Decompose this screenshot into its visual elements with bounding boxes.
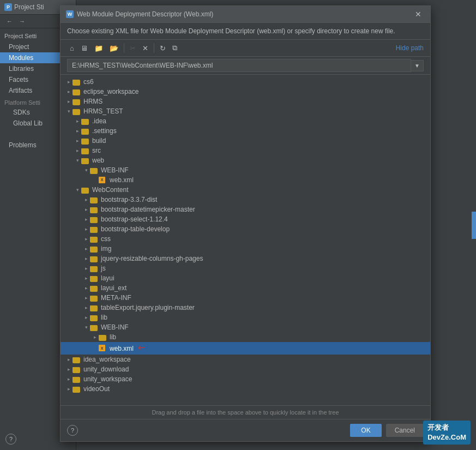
- toolbar-copy-path-btn[interactable]: ⧉: [170, 42, 180, 54]
- tree-item[interactable]: ▸bootstrap-datetimepicker-master: [61, 205, 430, 214]
- toolbar-desktop-btn[interactable]: 🖥: [78, 43, 91, 54]
- right-panel-accent: [472, 212, 476, 239]
- tree-item-label: layui_ext: [101, 284, 126, 292]
- tree-item-label: build: [92, 137, 106, 145]
- tree-expand-icon: ▸: [74, 117, 81, 125]
- tree-item-label: bootstrap-3.3.7-dist: [101, 196, 157, 203]
- tree-item[interactable]: ▸cs6: [61, 77, 430, 87]
- tree-item[interactable]: ▾HRMS_TEST: [61, 106, 430, 116]
- tree-item[interactable]: Xweb.xml↗: [61, 342, 430, 355]
- tree-item[interactable]: ▸lib: [61, 332, 430, 342]
- folder-icon: [81, 128, 90, 135]
- tree-item[interactable]: ▸META-INF: [61, 293, 430, 303]
- file-icon: X: [99, 345, 107, 352]
- tree-item[interactable]: ▸js: [61, 263, 430, 273]
- folder-icon: [99, 334, 107, 341]
- tree-item[interactable]: ▸layui: [61, 273, 430, 283]
- tree-item-label: cs6: [83, 78, 94, 86]
- modal-toolbar: ⌂ 🖥 📁 📂 ✂ ✕ ↻ ⧉ Hide path: [61, 40, 430, 57]
- tree-item[interactable]: ▾web: [61, 155, 430, 165]
- tree-item-label: WEB-INF: [101, 166, 129, 174]
- toolbar-separator-1: [124, 43, 124, 53]
- folder-icon: [90, 206, 99, 213]
- tree-item-label: bootstrap-table-develop: [101, 225, 170, 233]
- tree-item[interactable]: ▸HRMS: [61, 97, 430, 106]
- hide-path-link[interactable]: Hide path: [396, 44, 424, 52]
- footer-help-btn[interactable]: ?: [67, 425, 78, 436]
- tree-expand-icon: ▸: [65, 98, 73, 105]
- toolbar-cut-btn[interactable]: ✂: [127, 43, 138, 54]
- tree-item[interactable]: ▸bootstrap-table-develop: [61, 224, 430, 234]
- tree-item[interactable]: ▸jquery-resizable-columns-gh-pages: [61, 254, 430, 263]
- tree-expand-icon: ▸: [82, 215, 90, 223]
- sidebar-title: Project Sti: [14, 3, 44, 11]
- tree-expand-icon: ▾: [82, 323, 90, 331]
- tree-item[interactable]: ▸img: [61, 244, 430, 254]
- tree-item[interactable]: ▸unity_workspace: [61, 374, 430, 384]
- folder-icon: [73, 79, 81, 86]
- tree-expand-icon: ▸: [82, 304, 90, 311]
- tree-item[interactable]: ▸eclipse_workspace: [61, 87, 430, 97]
- toolbar-new-folder-btn[interactable]: 📂: [107, 43, 121, 54]
- tree-item[interactable]: ▸videoOut: [61, 384, 430, 394]
- path-dropdown-btn[interactable]: ▼: [411, 60, 424, 71]
- tree-expand-icon: ▸: [82, 265, 90, 272]
- modal-status: Drag and drop a file into the space abov…: [61, 405, 430, 419]
- folder-icon: [90, 314, 99, 321]
- tree-item-label: bootstrap-datetimepicker-master: [101, 206, 195, 213]
- nav-back-btn[interactable]: ←: [4, 17, 15, 26]
- path-input[interactable]: [67, 59, 411, 72]
- ok-button[interactable]: OK: [350, 424, 381, 437]
- toolbar-refresh-btn[interactable]: ↻: [157, 43, 168, 54]
- tree-item[interactable]: ▸build: [61, 136, 430, 146]
- tree-expand-icon: ▸: [82, 245, 90, 253]
- tree-expand-icon: ▸: [65, 88, 73, 95]
- folder-icon: [81, 118, 90, 125]
- tree-expand-icon: ▸: [74, 147, 81, 154]
- tree-item-label: web.xml: [110, 176, 134, 184]
- tree-item[interactable]: ▸.idea: [61, 116, 430, 126]
- tree-item-label: css: [101, 235, 111, 243]
- file-tree[interactable]: ▸cs6▸eclipse_workspace▸HRMS▾HRMS_TEST▸.i…: [61, 75, 430, 405]
- tree-item[interactable]: ▸idea_workspace: [61, 355, 430, 364]
- tree-expand-icon: ▸: [82, 284, 90, 292]
- tree-expand-icon: ▸: [91, 333, 99, 341]
- folder-icon: [90, 196, 99, 203]
- tree-item-label: WEB-INF: [101, 323, 129, 331]
- tree-item[interactable]: ▸src: [61, 146, 430, 155]
- tree-item[interactable]: Xweb.xml: [61, 175, 430, 185]
- nav-forward-btn[interactable]: →: [17, 17, 27, 26]
- tree-item[interactable]: ▸layui_ext: [61, 283, 430, 293]
- folder-icon: [73, 366, 81, 373]
- folder-icon: [73, 108, 81, 115]
- tree-item[interactable]: ▸tableExport.jquery.plugin-master: [61, 303, 430, 313]
- cancel-button[interactable]: Cancel: [386, 424, 424, 437]
- tree-item[interactable]: ▾WEB-INF: [61, 322, 430, 332]
- folder-icon: [90, 295, 99, 302]
- toolbar-home-btn[interactable]: ⌂: [67, 43, 77, 54]
- tree-item[interactable]: ▾WEB-INF: [61, 165, 430, 175]
- tree-item[interactable]: ▸bootstrap-select-1.12.4: [61, 214, 430, 224]
- tree-item[interactable]: ▸.settings: [61, 126, 430, 136]
- tree-expand-icon: ▸: [65, 78, 73, 86]
- tree-expand-icon: ▸: [65, 375, 73, 383]
- modal-close-btn[interactable]: ✕: [412, 9, 425, 20]
- modal-description: Choose existing XML file for Web Module …: [61, 23, 430, 40]
- tree-item[interactable]: ▸css: [61, 234, 430, 244]
- tree-expand-icon: ▸: [74, 127, 81, 135]
- modal-title-icon: W: [66, 10, 74, 18]
- tree-item[interactable]: ▸unity_download: [61, 364, 430, 374]
- tree-item[interactable]: ▾WebContent: [61, 185, 430, 195]
- tree-expand-icon: ▸: [82, 255, 90, 262]
- toolbar-delete-btn[interactable]: ✕: [140, 43, 151, 54]
- tree-item[interactable]: ▸lib: [61, 313, 430, 322]
- tree-expand-icon: ▾: [74, 186, 81, 194]
- toolbar-folder-btn[interactable]: 📁: [92, 43, 106, 54]
- tree-item[interactable]: ▸bootstrap-3.3.7-dist: [61, 195, 430, 205]
- modal-dialog: W Web Module Deployment Descriptor (Web.…: [60, 5, 431, 442]
- folder-icon: [90, 324, 99, 331]
- watermark-line2: DevZe.CoM: [427, 433, 466, 442]
- sidebar-help-btn[interactable]: ?: [5, 434, 16, 445]
- folder-icon: [90, 216, 99, 223]
- annotation-arrow: ↗: [135, 342, 147, 355]
